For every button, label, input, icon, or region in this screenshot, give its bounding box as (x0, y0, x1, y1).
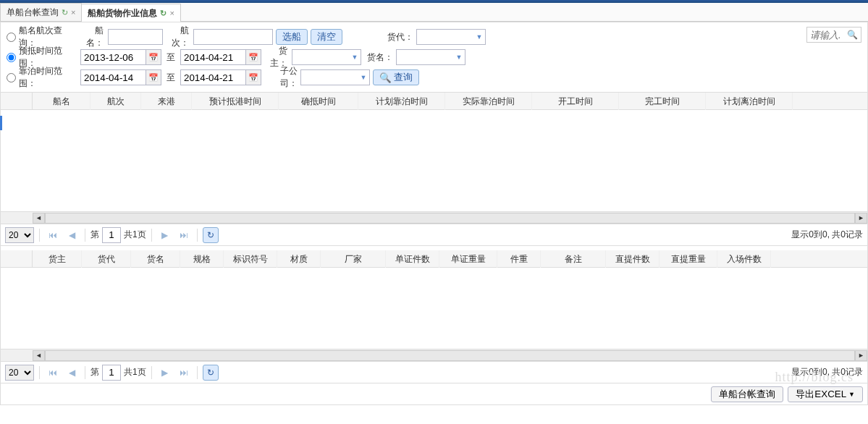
close-icon[interactable]: × (71, 8, 75, 17)
clear-button[interactable]: 清空 (311, 29, 342, 45)
column-header[interactable]: 预计抵港时间 (192, 93, 279, 110)
eta-to-input[interactable] (180, 49, 245, 65)
column-header[interactable]: 直提重量 (660, 250, 717, 268)
column-header[interactable]: 厂家 (321, 250, 386, 268)
grid-body (1, 268, 867, 349)
chevron-down-icon[interactable]: ▼ (358, 74, 369, 81)
cargo-label: 货名： (364, 51, 393, 64)
column-header[interactable]: 来港 (141, 93, 192, 110)
cargo-grid: 货主货代货名规格标识符号材质厂家单证件数单证重量件重备注直提件数直提重量入场件数… (0, 250, 868, 383)
page-number-input[interactable] (102, 227, 121, 243)
query-button[interactable]: 🔍 查询 (373, 69, 419, 85)
calendar-icon[interactable]: 📅 (245, 69, 261, 85)
chevron-down-icon[interactable]: ▼ (453, 54, 465, 61)
chevron-down-icon[interactable]: ▼ (349, 54, 361, 61)
berth-from-input[interactable] (80, 69, 146, 85)
horizontal-scrollbar[interactable]: ◄ ► (1, 211, 867, 224)
cargo-input[interactable] (397, 50, 453, 64)
column-header[interactable]: 材质 (277, 250, 321, 268)
refresh-icon[interactable]: ↻ (160, 9, 167, 18)
berth-to-input[interactable] (180, 69, 245, 85)
berth-from-date: 📅 (80, 69, 161, 85)
pager: 20 ⏮ ◀ 第 共1页 ▶ ⏭ ↻ 显示0到0, 共0记录 (1, 224, 867, 245)
page-size-select[interactable]: 20 (5, 227, 34, 243)
column-header[interactable]: 开工时间 (532, 93, 619, 110)
ship-name-input[interactable] (108, 29, 163, 45)
prev-page-button[interactable]: ◀ (64, 227, 80, 243)
next-page-button[interactable]: ▶ (157, 365, 173, 381)
tab-cargo-ops[interactable]: 船舶货物作业信息 ↻ × (81, 4, 180, 22)
column-header[interactable]: 航次 (90, 93, 141, 110)
grid-header: 船名航次来港预计抵港时间确抵时间计划靠泊时间实际靠泊时间开工时间完工时间计划离泊… (1, 93, 867, 110)
refresh-button[interactable]: ↻ (203, 227, 219, 243)
tab-ledger[interactable]: 单船台帐查询 ↻ × (0, 3, 82, 21)
last-page-button[interactable]: ⏭ (176, 365, 192, 381)
expander-column (1, 250, 33, 267)
page-prefix: 第 (90, 229, 99, 241)
filter-panel: 🔍 船名航次查询： 船名： 航次： 选船 清空 货代： ▼ 预抵时间范围： 📅 … (0, 22, 868, 93)
eta-from-date: 📅 (80, 49, 161, 65)
column-header[interactable]: 直提件数 (606, 250, 660, 268)
scroll-left-icon[interactable]: ◄ (33, 213, 45, 224)
search-icon: 🔍 (379, 72, 392, 83)
column-header[interactable]: 规格 (180, 250, 224, 268)
column-header[interactable]: 件重 (497, 250, 541, 268)
owner-input[interactable] (292, 50, 349, 64)
calendar-icon[interactable]: 📅 (146, 49, 161, 65)
column-header[interactable]: 单证件数 (386, 250, 439, 268)
radio-eta-range-input[interactable] (7, 53, 16, 62)
scroll-track[interactable] (45, 350, 855, 361)
calendar-icon[interactable]: 📅 (146, 69, 161, 85)
radio-berth-range[interactable]: 靠泊时间范围： (7, 65, 77, 90)
calendar-icon[interactable]: 📅 (245, 49, 261, 65)
scroll-right-icon[interactable]: ► (855, 350, 867, 361)
column-header[interactable]: 货代 (82, 250, 131, 268)
last-page-button[interactable]: ⏭ (176, 227, 192, 243)
refresh-button[interactable]: ↻ (203, 365, 219, 381)
column-header[interactable]: 船名 (33, 93, 90, 110)
scroll-right-icon[interactable]: ► (855, 213, 867, 224)
radio-ship-voyage-input[interactable] (7, 33, 16, 42)
to-label: 至 (164, 72, 177, 84)
horizontal-scrollbar[interactable]: ◄ ► (1, 349, 867, 361)
pager: 20 ⏮ ◀ 第 共1页 ▶ ⏭ ↻ 显示0到0, 共0记录 (1, 361, 867, 383)
prev-page-button[interactable]: ◀ (64, 365, 80, 381)
page-size-select[interactable]: 20 (5, 365, 34, 381)
agent-combo[interactable]: ▼ (416, 29, 486, 45)
column-header[interactable]: 实际靠泊时间 (445, 93, 532, 110)
eta-from-input[interactable] (80, 49, 146, 65)
column-header[interactable]: 单证重量 (439, 250, 497, 268)
owner-combo[interactable]: ▼ (292, 49, 361, 65)
column-header[interactable]: 货主 (33, 250, 82, 268)
first-page-button[interactable]: ⏮ (45, 365, 61, 381)
first-page-button[interactable]: ⏮ (45, 227, 61, 243)
column-header[interactable]: 标识符号 (224, 250, 277, 268)
column-header[interactable]: 计划离泊时间 (706, 93, 793, 110)
scroll-left-icon[interactable]: ◄ (33, 350, 45, 361)
voyage-input[interactable] (193, 29, 273, 45)
pager-status: 显示0到0, 共0记录 (791, 366, 863, 378)
column-header[interactable]: 入场件数 (717, 250, 771, 268)
page-number-input[interactable] (102, 365, 121, 381)
subsidiary-input[interactable] (301, 70, 358, 85)
chevron-down-icon[interactable]: ▼ (473, 33, 485, 41)
cargo-combo[interactable]: ▼ (396, 49, 465, 65)
agent-input[interactable] (417, 30, 473, 44)
select-ship-button[interactable]: 选船 (276, 29, 308, 45)
radio-berth-range-input[interactable] (7, 73, 16, 82)
next-page-button[interactable]: ▶ (157, 227, 173, 243)
column-header[interactable]: 货名 (131, 250, 180, 268)
close-icon[interactable]: × (169, 9, 174, 17)
column-header[interactable]: 完工时间 (619, 93, 706, 110)
column-header[interactable]: 确抵时间 (279, 93, 358, 110)
column-header[interactable]: 计划靠泊时间 (358, 93, 445, 110)
export-excel-button[interactable]: 导出EXCEL ▼ (788, 386, 863, 402)
subsidiary-combo[interactable]: ▼ (300, 69, 370, 85)
chevron-down-icon: ▼ (848, 391, 855, 398)
search-input[interactable] (807, 30, 844, 41)
column-header[interactable]: 备注 (541, 250, 606, 268)
search-icon[interactable]: 🔍 (844, 30, 861, 40)
ledger-query-button[interactable]: 单船台帐查询 (711, 386, 783, 402)
scroll-track[interactable] (45, 213, 855, 224)
refresh-icon[interactable]: ↻ (62, 8, 68, 17)
